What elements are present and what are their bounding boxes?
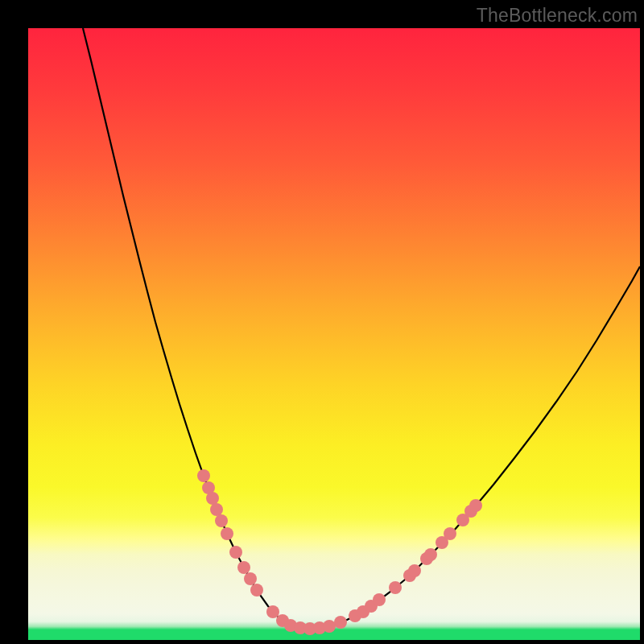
data-dot — [215, 514, 228, 527]
curve-overlay — [28, 28, 640, 640]
data-dot — [266, 605, 279, 618]
data-dot — [373, 593, 386, 606]
data-dot — [197, 469, 210, 482]
data-dot — [229, 546, 242, 559]
data-dot — [334, 616, 347, 629]
data-dots — [197, 469, 482, 635]
plot-area — [28, 28, 640, 640]
watermark-text: TheBottleneck.com — [477, 5, 638, 27]
data-dot — [469, 499, 482, 512]
data-dot — [408, 564, 421, 577]
data-dot — [250, 584, 263, 597]
data-dot — [206, 492, 219, 505]
data-dot — [237, 561, 250, 574]
data-dot — [323, 620, 336, 633]
data-dot — [424, 548, 437, 561]
data-dot — [221, 527, 233, 540]
bottleneck-curve — [83, 28, 640, 629]
data-dot — [444, 527, 456, 540]
data-dot — [210, 503, 223, 516]
data-dot — [244, 572, 257, 585]
chart-container: TheBottleneck.com — [0, 0, 644, 644]
data-dot — [389, 581, 402, 594]
